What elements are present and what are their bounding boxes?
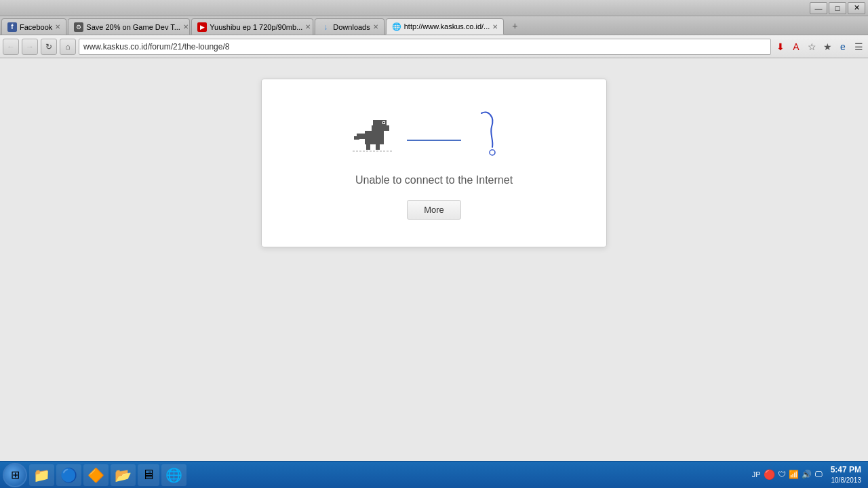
task6-icon: 🌐 bbox=[165, 467, 182, 483]
tab-yuushibu-label: Yuushibu ep 1 720p/90mb... bbox=[210, 23, 302, 31]
clock-date: 10/8/2013 bbox=[831, 476, 861, 485]
system-tray: JP 🔴 🛡 📶 🔊 🖵 bbox=[752, 469, 823, 480]
title-bar-buttons[interactable]: — □ ✕ bbox=[810, 2, 865, 14]
svg-rect-5 bbox=[372, 125, 377, 134]
taskbar-task6[interactable]: 🌐 bbox=[161, 464, 186, 486]
taskbar-folder2[interactable]: 📂 bbox=[111, 464, 136, 486]
back-button[interactable]: ← bbox=[3, 39, 19, 55]
tab-yuushibu-close[interactable]: ✕ bbox=[305, 23, 311, 30]
taskbar-explorer[interactable]: 📁 bbox=[29, 464, 54, 486]
gamedev-favicon: ⚙ bbox=[74, 22, 83, 32]
security-icon: 🛡 bbox=[778, 470, 786, 479]
adobe-icon[interactable]: A bbox=[789, 40, 803, 54]
tab-bar: f Facebook ✕ ⚙ Save 20% on Game Dev T...… bbox=[0, 16, 868, 35]
task5-icon: 🖥 bbox=[142, 467, 155, 483]
address-input[interactable] bbox=[79, 39, 771, 55]
close-button[interactable]: ✕ bbox=[848, 2, 865, 14]
tab-kaskus-close[interactable]: ✕ bbox=[492, 23, 498, 30]
locale-indicator: JP bbox=[752, 470, 761, 479]
start-button[interactable]: ⊞ bbox=[3, 463, 27, 487]
new-tab-button[interactable]: + bbox=[507, 19, 523, 33]
tab-gamedev[interactable]: ⚙ Save 20% on Game Dev T... ✕ bbox=[68, 18, 190, 35]
svg-rect-2 bbox=[382, 125, 389, 131]
start-icon: ⊞ bbox=[11, 468, 20, 481]
explorer-icon: 📁 bbox=[33, 467, 50, 483]
clock: 5:47 PM 10/8/2013 bbox=[827, 464, 865, 485]
disconnected-line bbox=[407, 140, 461, 141]
facebook-favicon: f bbox=[7, 22, 17, 32]
home-button[interactable]: ⌂ bbox=[60, 39, 76, 55]
tab-gamedev-label: Save 20% on Game Dev T... bbox=[86, 23, 180, 31]
tab-facebook[interactable]: f Facebook ✕ bbox=[1, 18, 66, 35]
error-illustration bbox=[353, 106, 515, 161]
tab-downloads-close[interactable]: ✕ bbox=[373, 23, 378, 30]
taskbar-vlc[interactable]: 🔶 bbox=[83, 464, 108, 486]
title-bar: — □ ✕ bbox=[0, 0, 868, 16]
forward-button[interactable]: → bbox=[22, 39, 38, 55]
chrome-icon: 🔵 bbox=[60, 467, 77, 483]
menu-icon[interactable]: ☰ bbox=[852, 40, 865, 54]
tab-facebook-label: Facebook bbox=[20, 23, 52, 31]
svg-rect-8 bbox=[376, 143, 380, 150]
toolbar-icons: ⬇ A ☆ ★ e ☰ bbox=[774, 40, 865, 54]
svg-rect-7 bbox=[354, 136, 359, 140]
dino-icon bbox=[353, 112, 393, 156]
volume-icon: 🔊 bbox=[802, 470, 812, 479]
downloads-favicon: ↓ bbox=[321, 22, 330, 32]
kaskus-favicon: 🌐 bbox=[392, 22, 401, 31]
more-button[interactable]: More bbox=[407, 200, 461, 220]
taskbar: ⊞ 📁 🔵 🔶 📂 🖥 🌐 JP 🔴 🛡 📶 🔊 🖵 5:47 PM 10/8/… bbox=[0, 461, 868, 488]
maximize-button[interactable]: □ bbox=[829, 2, 846, 14]
main-content: Unable to connect to the Internet More bbox=[0, 58, 868, 461]
display-icon: 🖵 bbox=[814, 470, 823, 479]
tab-downloads[interactable]: ↓ Downloads ✕ bbox=[315, 18, 384, 35]
squiggle-annotation bbox=[468, 106, 515, 161]
tab-kaskus-label: http://www.kaskus.co.id/... bbox=[404, 22, 490, 30]
tab-kaskus[interactable]: 🌐 http://www.kaskus.co.id/... ✕ bbox=[386, 18, 505, 35]
alert-icon: 🔴 bbox=[764, 469, 775, 480]
tab-facebook-close[interactable]: ✕ bbox=[55, 23, 60, 30]
ie-icon[interactable]: e bbox=[836, 40, 850, 54]
error-message: Unable to connect to the Internet bbox=[355, 174, 513, 186]
vlc-icon: 🔶 bbox=[87, 467, 104, 483]
error-dialog: Unable to connect to the Internet More bbox=[261, 79, 607, 247]
taskbar-right: JP 🔴 🛡 📶 🔊 🖵 5:47 PM 10/8/2013 bbox=[752, 464, 865, 485]
refresh-button[interactable]: ↻ bbox=[41, 39, 57, 55]
minimize-button[interactable]: — bbox=[810, 2, 827, 14]
download-icon[interactable]: ⬇ bbox=[774, 40, 787, 54]
svg-point-12 bbox=[490, 150, 495, 155]
tab-downloads-label: Downloads bbox=[333, 23, 370, 31]
address-bar: ← → ↻ ⌂ ⬇ A ☆ ★ e ☰ bbox=[0, 35, 868, 58]
taskbar-task5[interactable]: 🖥 bbox=[138, 464, 159, 486]
taskbar-chrome[interactable]: 🔵 bbox=[56, 464, 81, 486]
tab-gamedev-close[interactable]: ✕ bbox=[183, 23, 189, 30]
svg-rect-10 bbox=[378, 132, 382, 135]
yuushibu-favicon: ▶ bbox=[197, 22, 207, 32]
network-icon: 📶 bbox=[789, 470, 799, 479]
bookmark-star-icon[interactable]: ★ bbox=[821, 40, 834, 54]
tab-yuushibu[interactable]: ▶ Yuushibu ep 1 720p/90mb... ✕ bbox=[191, 18, 313, 35]
folder2-icon: 📂 bbox=[115, 467, 132, 483]
clock-time: 5:47 PM bbox=[831, 464, 861, 476]
svg-rect-9 bbox=[366, 143, 370, 150]
star-outline-icon[interactable]: ☆ bbox=[805, 40, 818, 54]
svg-rect-4 bbox=[383, 122, 384, 123]
